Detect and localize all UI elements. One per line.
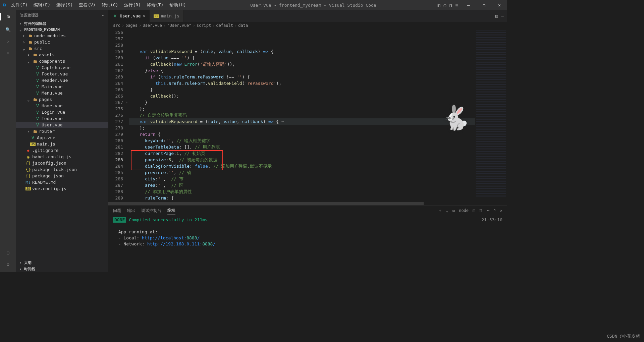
timestamp: 21:53:10: [481, 217, 502, 223]
file-captcha[interactable]: VCaptcha.vue: [16, 64, 108, 71]
file-header[interactable]: VHeader.vue: [16, 77, 108, 83]
menu-item[interactable]: 查看(V): [76, 1, 98, 9]
breadcrumb-item[interactable]: "User.vue": [167, 23, 191, 28]
more-icon[interactable]: ⋯: [501, 13, 504, 18]
layout-icon[interactable]: ◧: [438, 3, 440, 8]
folder-components[interactable]: ⌄🖿components: [16, 58, 108, 64]
file-babel[interactable]: ◉babel.config.js: [16, 154, 108, 160]
breadcrumb-item[interactable]: src: [113, 23, 120, 28]
network-url[interactable]: http://192.168.0.111:8888/: [147, 241, 216, 246]
terminal-output[interactable]: 21:53:10 DONE Compiled successfully in 2…: [108, 216, 507, 272]
layout-icon[interactable]: ▢: [444, 3, 446, 8]
minimap[interactable]: [475, 29, 507, 202]
file-pkglock[interactable]: {}package-lock.json: [16, 166, 108, 173]
menu-item[interactable]: 转到(G): [99, 1, 121, 9]
file-main-js[interactable]: JSmain.js: [16, 141, 108, 147]
extensions-icon[interactable]: ⊞: [7, 51, 9, 56]
vscode-icon: ⧉: [3, 2, 6, 8]
maximize-button[interactable]: ▢: [476, 1, 492, 10]
activity-bar: 🗎 🔍 ▷ ⊞ ◯ ⚙: [0, 10, 16, 272]
menu-item[interactable]: 帮助(H): [167, 1, 189, 9]
menu-item[interactable]: 编辑(E): [31, 1, 53, 9]
close-button[interactable]: ✕: [492, 1, 507, 10]
title-bar: ⧉ 文件(F)编辑(E)选择(S)查看(V)转到(G)运行(R)终端(T)帮助(…: [0, 0, 507, 10]
layout-icon[interactable]: ⊞: [455, 3, 458, 8]
layout-icons[interactable]: ◧ ▢ ◨ ⊞: [438, 3, 458, 8]
shell-icon[interactable]: ▭: [452, 208, 455, 213]
maximize-panel-icon[interactable]: ⌃: [494, 208, 496, 213]
done-badge: DONE: [113, 217, 126, 223]
editor-tabs: VUser.vue✕JSmain.js ◧ ⋯: [108, 10, 507, 22]
sidebar-title: 资源管理器: [20, 13, 39, 18]
new-terminal-icon[interactable]: ＋: [438, 208, 442, 214]
sidebar: 资源管理器 ⋯ ›打开的编辑器 ⌄FRONTEND_MYDREAM ›🖿node…: [16, 10, 108, 272]
split-terminal-icon[interactable]: ◫: [473, 208, 475, 213]
folder-public[interactable]: ›🖿public: [16, 39, 108, 45]
breadcrumb-item[interactable]: User.vue: [143, 23, 162, 28]
terminal-tab[interactable]: 终端: [167, 206, 175, 215]
run-debug-icon[interactable]: ▷: [7, 39, 9, 44]
project-section[interactable]: ⌄FRONTEND_MYDREAM: [16, 27, 108, 33]
breadcrumb[interactable]: src›pages›User.vue›"User.vue"›script›def…: [108, 22, 507, 29]
file-home[interactable]: VHome.vue: [16, 103, 108, 109]
folder-pages[interactable]: ⌄🖿pages: [16, 96, 108, 103]
file-pkg[interactable]: {}package.json: [16, 173, 108, 179]
trash-icon[interactable]: 🗑: [479, 208, 483, 213]
shell-label: node: [459, 208, 469, 213]
file-vueconfig[interactable]: JSvue.config.js: [16, 185, 108, 192]
breadcrumb-item[interactable]: pages: [125, 23, 138, 28]
local-url[interactable]: http://localhost:8888/: [142, 235, 200, 240]
code-editor[interactable]: 256257258259260261262263264265266267›275…: [108, 29, 507, 202]
file-menu[interactable]: VMenu.vue: [16, 90, 108, 96]
file-todo[interactable]: VTodo.vue: [16, 115, 108, 122]
menu-item[interactable]: 文件(F): [8, 1, 30, 9]
timeline-section[interactable]: ›时间线: [16, 266, 108, 272]
close-panel-icon[interactable]: ✕: [500, 208, 502, 213]
folder-router[interactable]: ›🖿router: [16, 128, 108, 134]
terminal-tab[interactable]: 问题: [113, 207, 121, 215]
file-footer[interactable]: VFooter.vue: [16, 71, 108, 77]
breadcrumb-item[interactable]: data: [238, 23, 248, 28]
terminal-panel: 问题输出调试控制台终端 ＋⌄ ▭node ◫ 🗑 ⋯ ⌃ ✕ 21:53:10 …: [108, 205, 507, 272]
terminal-tab[interactable]: 输出: [127, 207, 135, 215]
file-tree: ›🖿node_modules ›🖿public ⌄🖿src ›🖿assets ⌄…: [16, 33, 108, 192]
open-editors-section[interactable]: ›打开的编辑器: [16, 20, 108, 27]
file-main-vue[interactable]: VMain.vue: [16, 83, 108, 90]
settings-icon[interactable]: ⚙: [7, 262, 9, 267]
folder-node-modules[interactable]: ›🖿node_modules: [16, 33, 108, 39]
split-editor-icon[interactable]: ◧: [495, 13, 498, 18]
terminal-tab[interactable]: 调试控制台: [141, 207, 161, 215]
explorer-icon[interactable]: 🗎: [0, 13, 16, 20]
account-icon[interactable]: ◯: [7, 250, 9, 255]
file-gitignore[interactable]: ◆.gitignore: [16, 147, 108, 154]
file-readme[interactable]: M↓README.md: [16, 179, 108, 185]
layout-icon[interactable]: ◨: [449, 3, 452, 8]
editor-tab[interactable]: JSmain.js: [150, 10, 184, 22]
more-icon[interactable]: ⋯: [487, 208, 489, 213]
more-icon[interactable]: ⋯: [102, 13, 104, 17]
editor-tab[interactable]: VUser.vue✕: [108, 10, 150, 22]
file-user[interactable]: VUser.vue: [16, 122, 108, 128]
h-scrollbar[interactable]: [108, 202, 507, 205]
menu-item[interactable]: 终端(T): [144, 1, 166, 9]
code-content[interactable]: var validatePassword = (rule, value, cal…: [129, 29, 475, 202]
menu-item[interactable]: 运行(R): [121, 1, 143, 9]
breadcrumb-item[interactable]: script: [197, 23, 211, 28]
file-jsconfig[interactable]: {}jsconfig.json: [16, 160, 108, 166]
file-app[interactable]: VApp.vue: [16, 134, 108, 141]
close-tab-icon[interactable]: ✕: [143, 13, 146, 18]
minimize-button[interactable]: —: [461, 1, 476, 10]
window-title: User.vue - frontend_mydream - Visual Stu…: [189, 3, 438, 8]
search-icon[interactable]: 🔍: [5, 27, 11, 32]
menu-bar: 文件(F)编辑(E)选择(S)查看(V)转到(G)运行(R)终端(T)帮助(H): [8, 1, 189, 9]
folder-assets[interactable]: ›🖿assets: [16, 52, 108, 58]
terminal-tabs: 问题输出调试控制台终端 ＋⌄ ▭node ◫ 🗑 ⋯ ⌃ ✕: [108, 206, 507, 216]
file-login[interactable]: VLogin.vue: [16, 109, 108, 115]
editor-area: VUser.vue✕JSmain.js ◧ ⋯ src›pages›User.v…: [108, 10, 507, 272]
dropdown-icon[interactable]: ⌄: [446, 208, 448, 213]
line-gutter: 256257258259260261262263264265266267›275…: [108, 29, 129, 202]
breadcrumb-item[interactable]: default: [216, 23, 233, 28]
outline-section[interactable]: ›大纲: [16, 260, 108, 266]
folder-src[interactable]: ⌄🖿src: [16, 45, 108, 52]
menu-item[interactable]: 选择(S): [54, 1, 75, 9]
